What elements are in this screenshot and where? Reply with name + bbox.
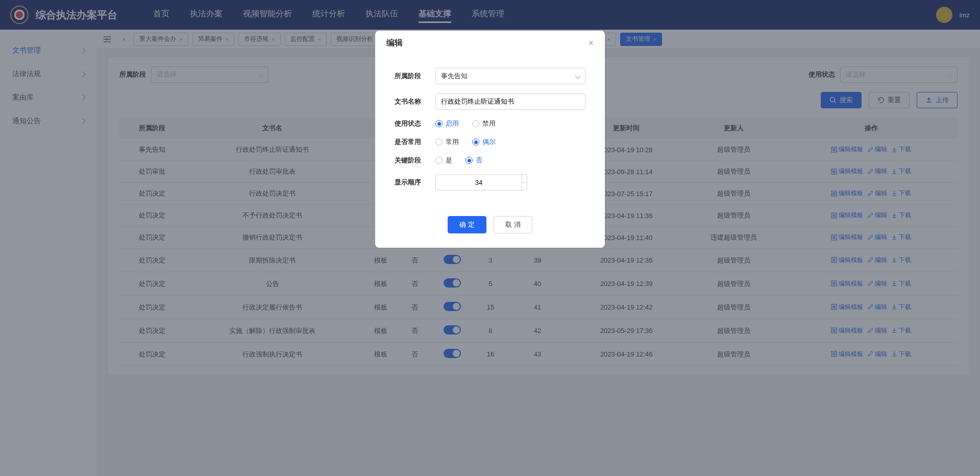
stepper-up-icon[interactable] [522, 174, 527, 182]
radio-key-yes[interactable]: 是 [435, 156, 452, 165]
radio-common-often[interactable]: 常用 [435, 137, 459, 147]
cancel-button[interactable]: 取 消 [494, 216, 532, 233]
edit-modal: 编辑 × 所属阶段 事先告知 文书名称 使用状态 启用 禁用 [375, 31, 605, 248]
field-stage-select[interactable]: 事先告知 [435, 68, 585, 84]
field-common-label: 是否常用 [395, 137, 435, 147]
modal-title: 编辑 [386, 38, 403, 49]
close-icon[interactable]: × [588, 38, 594, 49]
field-key-label: 关键阶段 [395, 156, 435, 165]
stepper-down-icon[interactable] [522, 182, 527, 191]
field-order-label: 显示顺序 [395, 178, 435, 187]
radio-common-rare[interactable]: 偶尔 [472, 137, 496, 147]
radio-status-disable[interactable]: 禁用 [472, 119, 496, 128]
field-name-input[interactable] [435, 93, 585, 110]
radio-key-no[interactable]: 否 [465, 156, 482, 165]
field-order-stepper[interactable] [435, 174, 527, 191]
field-stage-label: 所属阶段 [395, 72, 435, 81]
field-name-label: 文书名称 [395, 97, 435, 106]
field-order-input[interactable] [436, 179, 522, 186]
field-status-label: 使用状态 [395, 119, 435, 128]
radio-status-enable[interactable]: 启用 [435, 119, 459, 128]
confirm-button[interactable]: 确 定 [448, 216, 486, 233]
